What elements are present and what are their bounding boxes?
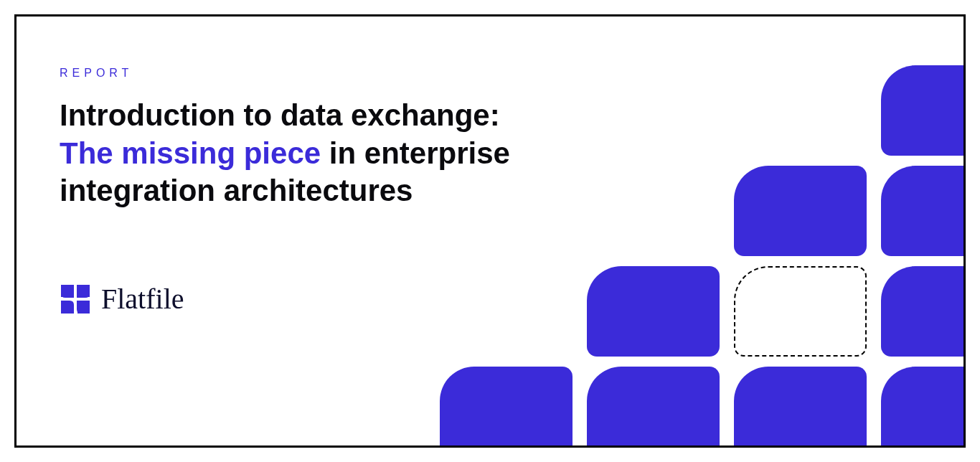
brand-name: Flatfile — [101, 282, 184, 316]
report-cover: REPORT Introduction to data exchange: Th… — [14, 14, 966, 448]
decor-tile — [440, 367, 573, 448]
eyebrow-label: REPORT — [60, 67, 920, 80]
headline-accent: The missing piece — [60, 136, 321, 170]
decor-tile — [881, 367, 966, 448]
decor-tile-missing — [734, 266, 867, 357]
decor-tile — [587, 367, 720, 448]
headline-line-1: Introduction to data exchange: — [60, 98, 500, 132]
headline: Introduction to data exchange: The missi… — [60, 97, 619, 210]
decor-tile — [734, 367, 867, 448]
flatfile-logo-icon — [60, 283, 91, 315]
decor-tile — [587, 266, 720, 357]
brand-lockup: Flatfile — [60, 282, 184, 316]
content-block: REPORT Introduction to data exchange: Th… — [60, 67, 920, 210]
decor-tile — [881, 266, 966, 357]
